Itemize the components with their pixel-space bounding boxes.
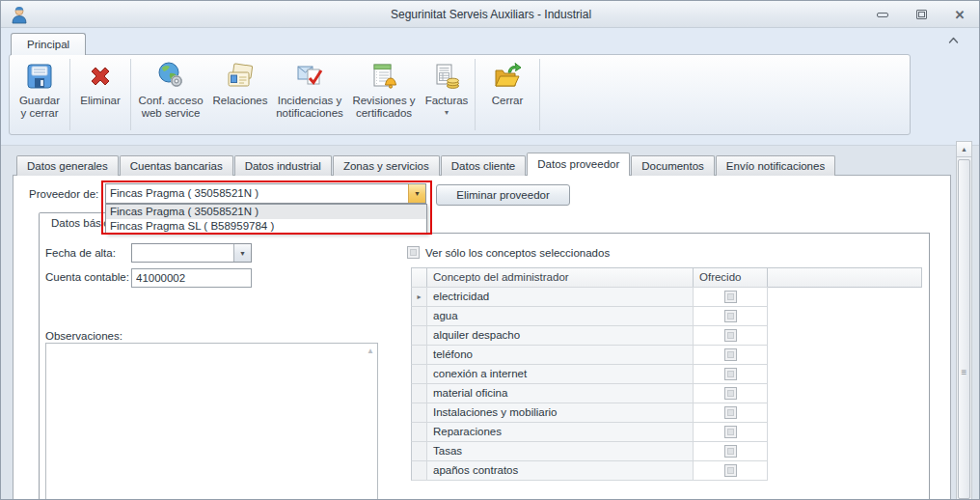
fecha-de-alta-dropdown-icon[interactable]: ▼ (233, 244, 251, 262)
filter-concepts-label: Ver sólo los conceptos seleccionados (425, 247, 610, 259)
tab-datos-proveedor[interactable]: Datos proveedor (527, 153, 630, 176)
ofrecido-checkbox[interactable] (724, 310, 737, 322)
save-and-close-button[interactable]: Guardar y cerrar (12, 55, 68, 134)
remove-provider-button[interactable]: Eliminar proveedor (436, 184, 570, 206)
column-header-ofrecido[interactable]: Ofrecido (693, 267, 768, 288)
ofrecido-checkbox[interactable] (724, 445, 737, 458)
tab-zonas-y-servicios[interactable]: Zonas y servicios (333, 155, 440, 176)
concepto-cell[interactable]: agua (426, 306, 694, 326)
provider-label: Proveedor de: (29, 188, 98, 200)
concepto-cell[interactable]: electricidad (426, 287, 694, 307)
ofrecido-cell (693, 287, 768, 307)
table-row[interactable]: conexión a internet (411, 364, 922, 384)
vertical-scrollbar[interactable]: ▲ ≡ (956, 141, 972, 500)
scrollbar-grip-icon: ≡ (959, 368, 969, 377)
table-row[interactable]: Reparaciones (411, 422, 922, 442)
ofrecido-checkbox[interactable] (724, 387, 737, 400)
row-selector-cell[interactable] (411, 325, 427, 346)
row-selector-cell[interactable] (411, 403, 427, 423)
concepts-table-header: Concepto del administrador Ofrecido (411, 267, 922, 288)
ofrecido-cell (693, 383, 768, 403)
observaciones-field[interactable]: ▲ (45, 343, 378, 500)
table-row[interactable]: ▸electricidad (411, 287, 922, 307)
tab-datos-generales[interactable]: Datos generales (16, 155, 119, 176)
table-row[interactable]: material oficina (411, 383, 922, 403)
close-button[interactable]: ✕ (952, 7, 967, 22)
textarea-scroll-up-icon[interactable]: ▲ (367, 347, 374, 355)
tab-documentos[interactable]: Documentos (631, 155, 715, 176)
row-selector-cell[interactable] (411, 345, 427, 365)
table-row[interactable]: teléfono (411, 345, 922, 365)
tab-datos-cliente[interactable]: Datos cliente (441, 155, 526, 176)
provider-option[interactable]: Fincas Pragma ( 35058521N ) (106, 205, 426, 219)
concepto-cell[interactable]: Reparaciones (426, 422, 694, 442)
ribbon-collapse-icon[interactable] (947, 36, 960, 44)
relations-button[interactable]: Relaciones (208, 55, 272, 134)
ofrecido-cell (693, 325, 768, 346)
ofrecido-checkbox[interactable] (724, 426, 737, 438)
concepto-cell[interactable]: alquiler despacho (426, 325, 694, 346)
scrollbar-up-icon[interactable]: ▲ (957, 142, 971, 157)
ofrecido-checkbox[interactable] (724, 348, 737, 361)
contacts-icon (225, 60, 256, 93)
invoices-icon (432, 60, 461, 93)
row-selector-cell[interactable] (411, 364, 427, 384)
row-selector-cell[interactable] (411, 460, 427, 481)
save-icon (25, 60, 54, 93)
ribbon: Principal Gua (1, 28, 980, 146)
delete-icon (86, 60, 115, 93)
ofrecido-checkbox[interactable] (724, 464, 737, 477)
table-row[interactable]: alquiler despacho (411, 325, 922, 346)
toolbar-separator (475, 59, 476, 130)
ofrecido-checkbox[interactable] (724, 368, 737, 380)
concepto-cell[interactable]: conexión a internet (426, 364, 694, 384)
concepto-cell[interactable]: material oficina (426, 383, 694, 403)
ofrecido-cell (693, 345, 768, 365)
close-folder-icon (492, 60, 523, 93)
ofrecido-checkbox[interactable] (724, 291, 737, 303)
incidents-notifications-button[interactable]: Incidencias y notificaciones (272, 55, 347, 134)
concepto-cell[interactable]: teléfono (426, 345, 694, 365)
provider-option[interactable]: Fincas Pragma SL ( B58959784 ) (106, 219, 426, 234)
fecha-de-alta-combobox[interactable]: ▼ (131, 243, 252, 263)
ribbon-panel: Guardar y cerrar Eliminar (9, 54, 911, 135)
provider-combobox-value: Fincas Pragma ( 35058521N ) (110, 184, 406, 203)
invoices-button[interactable]: Facturas ▾ (421, 55, 473, 134)
tab-cuentas-bancarias[interactable]: Cuentas bancarias (120, 155, 233, 176)
filter-concepts-checkbox[interactable] (407, 246, 420, 259)
provider-combobox-dropdown-icon[interactable]: ▼ (408, 184, 425, 203)
revisions-certificates-button[interactable]: Revisiones y certificados (347, 55, 421, 134)
tab-datos-industrial[interactable]: Datos industrial (234, 155, 332, 176)
table-row[interactable]: Tasas (411, 441, 922, 461)
delete-button[interactable]: Eliminar (72, 55, 128, 134)
current-row-marker-icon[interactable]: ▸ (411, 287, 427, 307)
provider-combobox[interactable]: Fincas Pragma ( 35058521N ) ▼ (105, 183, 426, 204)
provider-dropdown-list: Fincas Pragma ( 35058521N ) Fincas Pragm… (105, 204, 427, 235)
ofrecido-cell (693, 422, 768, 442)
table-row[interactable]: agua (411, 306, 922, 326)
invoices-dropdown-arrow-icon[interactable]: ▾ (445, 109, 449, 117)
row-selector-cell[interactable] (411, 441, 427, 461)
restore-button[interactable] (913, 7, 929, 22)
cuenta-contable-field[interactable] (131, 268, 252, 288)
concepto-cell[interactable]: Tasas (426, 441, 694, 461)
close-form-button[interactable]: Cerrar (477, 55, 537, 134)
webservice-config-button[interactable]: Conf. acceso web service (133, 55, 208, 134)
ofrecido-checkbox[interactable] (724, 406, 737, 419)
row-selector-cell[interactable] (411, 422, 427, 442)
row-selector-cell[interactable] (411, 306, 427, 326)
tab-envio-notificaciones[interactable]: Envío notificaciones (716, 155, 835, 176)
concepto-cell[interactable]: apaños contratos (426, 460, 694, 481)
scrollbar-thumb[interactable]: ≡ (958, 159, 970, 499)
toolbar-separator (130, 59, 131, 130)
column-header-concepto[interactable]: Concepto del administrador (426, 267, 694, 288)
table-row[interactable]: Instalaciones y mobiliario (411, 403, 922, 423)
minimize-button[interactable] (875, 7, 890, 22)
tab-strip: Datos generales Cuentas bancarias Datos … (16, 153, 836, 176)
observaciones-label: Observaciones: (45, 330, 122, 342)
concepto-cell[interactable]: Instalaciones y mobiliario (426, 403, 694, 423)
row-selector-cell[interactable] (411, 383, 427, 403)
table-row[interactable]: apaños contratos (411, 460, 922, 481)
ofrecido-checkbox[interactable] (724, 329, 737, 342)
ribbon-tab-principal[interactable]: Principal (11, 33, 86, 55)
